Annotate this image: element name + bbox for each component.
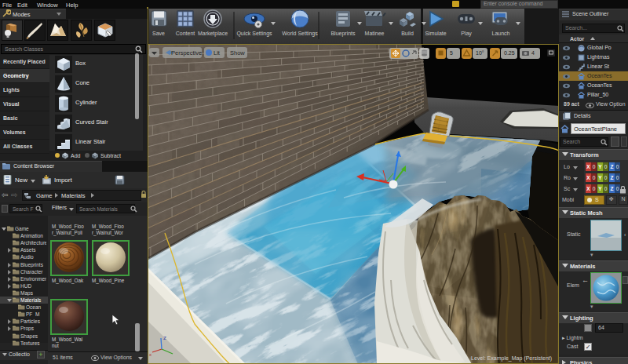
svg-text:10°: 10° bbox=[476, 50, 484, 56]
svg-text:4: 4 bbox=[531, 50, 535, 56]
svg-text:Level: Example_Map (Persisten: Level: Example_Map (Persistent) bbox=[471, 355, 552, 362]
svg-text:5: 5 bbox=[450, 50, 453, 56]
svg-text:Lit: Lit bbox=[214, 49, 221, 56]
svg-text:z: z bbox=[163, 334, 166, 341]
svg-text:x: x bbox=[149, 352, 152, 357]
svg-text:Show: Show bbox=[230, 49, 245, 56]
svg-text:0.25: 0.25 bbox=[504, 50, 515, 56]
svg-text:Perspective: Perspective bbox=[171, 49, 202, 56]
